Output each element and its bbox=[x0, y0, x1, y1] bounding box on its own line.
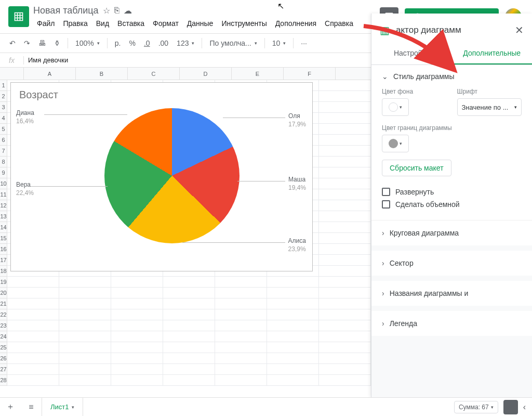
tab-setup[interactable]: Настройки bbox=[371, 43, 452, 64]
row-header[interactable]: 26 bbox=[0, 353, 7, 364]
row-header[interactable]: 12 bbox=[0, 200, 7, 211]
border-color-label: Цвет границ диаграммы bbox=[382, 124, 522, 132]
close-icon[interactable]: ✕ bbox=[515, 24, 524, 36]
bg-color-picker[interactable]: ▾ bbox=[382, 98, 409, 116]
row-header[interactable]: 15 bbox=[0, 233, 7, 244]
col-header[interactable]: C bbox=[128, 68, 180, 80]
section-titles[interactable]: ›Названия диаграммы и bbox=[382, 289, 522, 297]
chevron-right-icon: › bbox=[382, 259, 384, 267]
chevron-right-icon: › bbox=[382, 319, 384, 328]
document-title[interactable]: Новая таблица bbox=[33, 5, 99, 16]
row-header[interactable]: 17 bbox=[0, 255, 7, 266]
pie-chart[interactable]: Возраст Оля17,9% Маша19,4% Алиса23,9% Ве… bbox=[10, 82, 313, 271]
slice-label: Алиса23,9% bbox=[288, 237, 306, 253]
col-header[interactable]: F bbox=[284, 68, 336, 80]
section-slice[interactable]: ›Сектор bbox=[382, 259, 522, 267]
select-all-corner[interactable] bbox=[0, 68, 24, 80]
row-header[interactable]: 4 bbox=[0, 113, 7, 124]
font-dropdown[interactable]: По умолча... bbox=[206, 37, 260, 49]
slice-label: Вера22,4% bbox=[16, 181, 34, 197]
row-header[interactable]: 27 bbox=[0, 364, 7, 375]
row-header[interactable]: 25 bbox=[0, 342, 7, 353]
zoom-dropdown[interactable]: 100% bbox=[72, 37, 103, 49]
reset-layout-button[interactable]: Сбросить макет bbox=[382, 160, 451, 176]
chevron-right-icon: › bbox=[382, 289, 384, 297]
move-icon[interactable]: ⎘ bbox=[114, 6, 119, 15]
row-header[interactable]: 6 bbox=[0, 135, 7, 146]
menu-view[interactable]: Вид bbox=[92, 17, 113, 30]
percent-button[interactable]: % bbox=[126, 37, 139, 49]
sheet-tab[interactable]: Лист1▾ bbox=[42, 398, 83, 417]
maximize-checkbox[interactable]: Развернуть bbox=[382, 188, 522, 196]
chevron-down-icon: ⌄ bbox=[382, 72, 388, 81]
col-header[interactable]: A bbox=[24, 68, 76, 80]
sheets-logo[interactable] bbox=[8, 6, 29, 27]
row-header[interactable]: 13 bbox=[0, 211, 7, 222]
print-button[interactable]: 🖶 bbox=[35, 37, 49, 49]
row-header[interactable]: 7 bbox=[0, 146, 7, 157]
border-color-picker[interactable]: ▾ bbox=[382, 135, 409, 152]
more-tools-button[interactable]: ··· bbox=[298, 37, 310, 49]
menu-file[interactable]: Файл bbox=[33, 17, 58, 30]
add-sheet-button[interactable]: ＋ bbox=[0, 398, 21, 417]
row-header[interactable]: 2 bbox=[0, 91, 7, 102]
row-header[interactable]: 23 bbox=[0, 320, 7, 331]
undo-button[interactable]: ↶ bbox=[6, 37, 19, 49]
menu-bar: Файл Правка Вид Вставка Формат Данные Ин… bbox=[33, 17, 357, 30]
tab-customize[interactable]: Дополнительные bbox=[452, 43, 533, 64]
explore-button[interactable] bbox=[503, 400, 518, 414]
3d-checkbox[interactable]: Сделать объемной bbox=[382, 200, 522, 209]
menu-format[interactable]: Формат bbox=[149, 17, 182, 30]
bg-color-label: Цвет фона bbox=[382, 88, 447, 95]
number-format-dropdown[interactable]: 123 bbox=[174, 37, 197, 49]
row-header[interactable]: 18 bbox=[0, 266, 7, 277]
row-header[interactable]: 5 bbox=[0, 124, 7, 135]
row-header[interactable]: 21 bbox=[0, 298, 7, 309]
cloud-icon[interactable]: ☁ bbox=[124, 6, 132, 16]
side-panel-toggle[interactable]: ‹ bbox=[523, 402, 526, 412]
sheet-tabs-bar: ＋ ≡ Лист1▾ Сумма: 67▾ ‹ bbox=[0, 397, 532, 416]
section-chart-style[interactable]: ⌄ Стиль диаграммы bbox=[382, 72, 522, 81]
col-header[interactable]: B bbox=[76, 68, 128, 80]
section-legend[interactable]: ›Легенда bbox=[382, 319, 522, 328]
formula-input[interactable]: Имя девочки bbox=[24, 56, 72, 64]
menu-insert[interactable]: Вставка bbox=[114, 17, 148, 30]
menu-edit[interactable]: Правка bbox=[59, 17, 91, 30]
menu-data[interactable]: Данные bbox=[183, 17, 217, 30]
star-icon[interactable]: ☆ bbox=[103, 6, 110, 16]
redo-button[interactable]: ↷ bbox=[21, 37, 33, 49]
all-sheets-button[interactable]: ≡ bbox=[21, 398, 42, 417]
row-header[interactable]: 16 bbox=[0, 244, 7, 255]
menu-help[interactable]: Справка bbox=[321, 17, 357, 30]
chart-icon: ▥ bbox=[380, 24, 390, 36]
slice-label: Диана16,4% bbox=[16, 109, 34, 125]
row-header[interactable]: 10 bbox=[0, 178, 7, 189]
row-header[interactable]: 19 bbox=[0, 277, 7, 288]
row-header[interactable]: 28 bbox=[0, 375, 7, 386]
menu-tools[interactable]: Инструменты bbox=[218, 17, 270, 30]
row-header[interactable]: 1 bbox=[0, 80, 7, 91]
col-header[interactable]: E bbox=[232, 68, 284, 80]
row-header[interactable]: 20 bbox=[0, 288, 7, 298]
font-size-dropdown[interactable]: 10 bbox=[269, 37, 289, 49]
row-header[interactable]: 9 bbox=[0, 167, 7, 178]
decrease-decimal-button[interactable]: .0 bbox=[141, 37, 153, 49]
panel-title: актор диаграмм bbox=[396, 25, 509, 35]
currency-button[interactable]: р. bbox=[112, 37, 124, 49]
section-pie-chart[interactable]: ›Круговая диаграмма bbox=[382, 229, 522, 237]
font-dropdown[interactable]: Значение по ...▾ bbox=[457, 98, 522, 116]
quicksum-dropdown[interactable]: Сумма: 67▾ bbox=[454, 401, 498, 413]
col-header[interactable]: D bbox=[180, 68, 232, 80]
increase-decimal-button[interactable]: .00 bbox=[155, 37, 171, 49]
paint-format-button[interactable]: ⚱ bbox=[51, 37, 63, 49]
row-header[interactable]: 14 bbox=[0, 222, 7, 233]
spreadsheet-area[interactable]: A B C D E F 1234567891011121314151617181… bbox=[0, 68, 371, 397]
menu-addons[interactable]: Дополнения bbox=[272, 17, 320, 30]
row-header[interactable]: 24 bbox=[0, 331, 7, 342]
chart-editor-panel: ▥ актор диаграмм ✕ Настройки Дополнитель… bbox=[371, 14, 532, 397]
row-header[interactable]: 11 bbox=[0, 189, 7, 200]
row-header[interactable]: 22 bbox=[0, 309, 7, 320]
row-header[interactable]: 3 bbox=[0, 102, 7, 113]
row-header[interactable]: 8 bbox=[0, 157, 7, 167]
fx-label: fx bbox=[0, 56, 24, 64]
